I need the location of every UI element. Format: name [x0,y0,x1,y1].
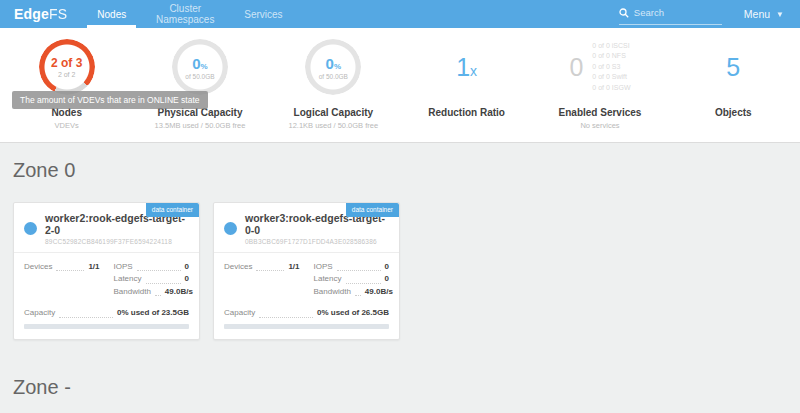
menu-label: Menu [744,8,770,20]
physical-capacity-sublabel: 13.5MB used / 50.0GB free [133,121,266,130]
tab-nodes[interactable]: Nodes [83,0,140,28]
logical-capacity-of: of 50.0GB [319,73,348,80]
stat-row-capacity: Capacity0% used of 23.5GB [24,307,189,319]
top-navbar: EdgeFS Nodes Cluster Namespaces Services… [0,0,800,28]
stat-reduction-ratio: 1x Reduction Ratio [400,38,533,130]
stat-row-devices: Devices1/1 [24,261,100,273]
stat-enabled-services: 0 0 of 0 iSCSI 0 of 0 NFS 0 of 0 S3 0 of… [533,38,666,130]
logical-capacity-label: Logical Capacity [267,107,400,118]
chevron-down-icon: ▼ [776,10,784,19]
service-count-swift: 0 of 0 Swift [592,72,630,83]
zone-dash-section: Zone - - FACE8E0BBE22B723E4530FAB11F566A… [13,376,787,413]
logical-capacity-sublabel: 12.1KB used / 50.0GB free [267,121,400,130]
node-status-dot [224,222,237,235]
search-box[interactable] [619,4,722,25]
physical-capacity-of: of 50.0GB [185,73,214,80]
enabled-services-value: 0 [569,53,583,82]
nodes-gauge: 2 of 3 2 of 2 [39,39,95,95]
node-status-dot [24,222,37,235]
zone-0-title: Zone 0 [13,159,787,182]
reduction-ratio-value: 1x [456,53,477,82]
service-count-s3: 0 of 0 S3 [592,62,630,73]
menu-dropdown[interactable]: Menu ▼ [744,8,784,20]
search-icon [619,4,629,22]
nodes-gauge-subvalue: 2 of 2 [58,71,76,78]
enabled-services-label: Enabled Services [533,107,666,118]
nav-tabs: Nodes Cluster Namespaces Services [83,0,296,28]
physical-capacity-value: 0% [192,55,207,72]
app-logo[interactable]: EdgeFS [0,0,83,28]
stat-row-latency: Latency0 [314,273,390,285]
tab-cluster-namespaces[interactable]: Cluster Namespaces [140,0,230,28]
zone-0-section: Zone 0 data container worker2:rook-edgef… [13,159,787,340]
capacity-bar [224,324,389,329]
zones-container: Zone 0 data container worker2:rook-edgef… [0,159,800,413]
node-card-worker3[interactable]: data container worker3:rook-edgefs-targe… [213,202,400,340]
stat-objects: 5 Objects [667,38,800,130]
navbar-right: Menu ▼ [619,0,800,28]
stat-physical-capacity: 0% of 50.0GB Physical Capacity 13.5MB us… [133,38,266,130]
service-count-nfs: 0 of 0 NFS [592,51,630,62]
stat-row-iops: IOPS0 [114,261,190,273]
data-container-badge: data container [146,203,199,217]
objects-label: Objects [667,107,800,118]
node-guid: 89CC52982CB846199F37FE6594224118 [45,238,189,245]
stat-row-devices: Devices1/1 [224,261,300,273]
tab-cluster-namespaces-label: Cluster Namespaces [154,3,216,26]
tab-nodes-label: Nodes [97,9,126,20]
logical-capacity-value: 0% [326,55,341,72]
nodes-tooltip: The amount of VDEVs that are in ONLINE s… [12,91,208,109]
stat-row-bandwidth: Bandwidth49.0B/s [114,286,190,298]
objects-value: 5 [726,53,740,82]
capacity-bar [24,324,189,329]
node-guid: 0BB3CBC69F1727D1FDD4A3E028586386 [245,238,389,245]
service-count-isgw: 0 of 0 ISGW [592,83,630,94]
enabled-services-sublabel: No services [533,121,666,130]
zone-dash-title: Zone - [13,376,787,399]
data-container-badge: data container [346,203,399,217]
enabled-services-list: 0 of 0 iSCSI 0 of 0 NFS 0 of 0 S3 0 of 0… [592,41,630,94]
search-input[interactable] [634,7,722,18]
tab-services-label: Services [244,9,282,20]
stat-row-latency: Latency0 [114,273,190,285]
cluster-stats-bar: The amount of VDEVs that are in ONLINE s… [0,28,800,143]
stat-nodes: 2 of 3 2 of 2 Nodes VDEVs [0,38,133,130]
stat-row-capacity: Capacity0% used of 26.5GB [224,307,389,319]
logo-text-bold: Edge [14,6,49,22]
tab-services[interactable]: Services [230,0,296,28]
reduction-ratio-label: Reduction Ratio [400,107,533,118]
logical-capacity-gauge: 0% of 50.0GB [305,39,361,95]
nodes-gauge-value: 2 of 3 [51,56,82,70]
node-card-worker2[interactable]: data container worker2:rook-edgefs-targe… [13,202,200,340]
service-count-iscsi: 0 of 0 iSCSI [592,41,630,52]
stat-row-bandwidth: Bandwidth49.0B/s [314,286,390,298]
logo-text-light: FS [49,6,67,22]
nodes-sublabel: VDEVs [0,121,133,130]
stat-logical-capacity: 0% of 50.0GB Logical Capacity 12.1KB use… [267,38,400,130]
stat-row-iops: IOPS0 [314,261,390,273]
physical-capacity-gauge: 0% of 50.0GB [172,39,228,95]
